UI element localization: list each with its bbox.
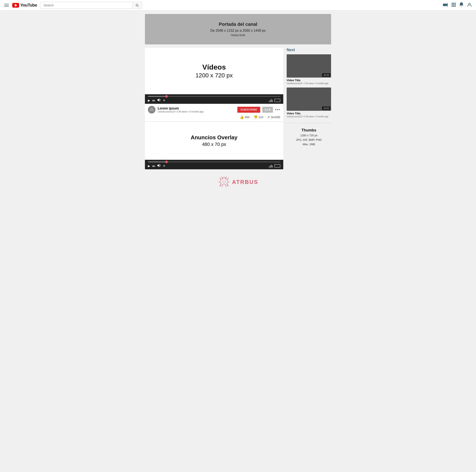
volume-button-2[interactable]: [157, 164, 161, 168]
svg-line-1: [138, 6, 138, 7]
bar1: [269, 101, 270, 102]
channel-banner-dimensions: De 2048 x 1152 px a 2560 x 1440 px: [210, 29, 266, 33]
dislike-count: 124: [259, 116, 263, 119]
subscribe-button[interactable]: SUBSCRIBE: [237, 107, 260, 113]
volume-bars-icon: [269, 99, 273, 102]
next-button[interactable]: ⏭: [152, 99, 155, 102]
youtube-icon: [12, 3, 19, 8]
video-player-bar-1: ▶ ⏭ ✕: [145, 94, 283, 104]
bar2: [270, 100, 271, 102]
user-icon[interactable]: [467, 2, 472, 8]
bar2b: [270, 165, 271, 168]
like-icon: 👍: [240, 115, 244, 119]
volume-button[interactable]: [157, 98, 161, 102]
progress-track-2[interactable]: [148, 162, 280, 162]
dislike-icon: 👎: [254, 115, 258, 119]
video-camera-icon[interactable]: [443, 3, 448, 8]
thumbs-max-size: Máx. 2MB: [287, 142, 331, 147]
channel-name: Lorem ipsum: [158, 107, 235, 110]
progress-fill: [148, 96, 167, 97]
progress-dot-2[interactable]: [165, 161, 168, 163]
hamburger-menu[interactable]: [4, 4, 9, 7]
svg-rect-4: [452, 3, 453, 4]
channel-banner: Portada del canal De 2048 x 1152 px a 25…: [145, 14, 331, 44]
svg-marker-3: [446, 3, 448, 7]
sidebar-divider: [287, 123, 331, 123]
share-button[interactable]: ↗ SHARE: [267, 115, 280, 119]
svg-rect-9: [455, 4, 456, 5]
mute-button-2[interactable]: ✕: [163, 164, 165, 168]
bar4b: [272, 165, 273, 168]
search-input[interactable]: [41, 2, 132, 8]
player-right-controls-2: [269, 164, 280, 168]
svg-point-0: [136, 4, 138, 6]
like-count: 850: [245, 116, 250, 119]
player-right-controls: [269, 99, 280, 102]
player-controls-2: ▶ ⏭ ✕: [148, 164, 280, 168]
thumb-duration-2: 10:52: [322, 107, 330, 110]
bar4: [272, 100, 273, 102]
channel-banner-filesize: Hasta 6mb: [231, 33, 245, 37]
svg-rect-10: [452, 6, 453, 7]
next-card-title-1: Video Title: [287, 79, 331, 82]
bar3b: [271, 165, 272, 168]
svg-rect-11: [453, 6, 454, 7]
fullscreen-icon[interactable]: [274, 99, 280, 102]
video-channel-info: Lorem ipsum UserAccount123 • 2 M views •…: [158, 107, 235, 113]
next-button-2[interactable]: ⏭: [152, 164, 155, 168]
progress-track[interactable]: [148, 96, 280, 97]
channel-avatar: [148, 106, 155, 114]
apps-icon[interactable]: [451, 2, 456, 8]
share-icon: ↗: [267, 115, 270, 119]
dislike-button[interactable]: 👎 124: [254, 115, 263, 119]
share-label: SHARE: [271, 116, 280, 119]
youtube-logo[interactable]: YouTube: [12, 3, 37, 8]
svg-marker-15: [219, 177, 229, 186]
video-meta-top: Lorem ipsum UserAccount123 • 2 M views •…: [148, 106, 280, 114]
svg-rect-8: [453, 4, 454, 5]
svg-rect-5: [453, 3, 454, 4]
volume-bars-icon-2: [269, 164, 273, 168]
thumbs-formats: JPG, GIF, BMP, PNG: [287, 138, 331, 142]
search-button[interactable]: [132, 2, 142, 8]
fullscreen-icon-2[interactable]: [274, 164, 280, 168]
next-label: Next: [287, 48, 331, 52]
mute-button[interactable]: ✕: [163, 99, 165, 102]
svg-rect-2: [443, 4, 446, 6]
next-thumb-2[interactable]: 10:52: [287, 87, 331, 111]
progress-fill-2: [148, 162, 167, 162]
navbar: YouTube: [0, 0, 476, 11]
ad-section-title: Anuncios Overlay: [191, 134, 237, 141]
branding: ATRBUS: [145, 176, 331, 193]
progress-dot[interactable]: [165, 95, 168, 98]
youtube-logo-text: YouTube: [20, 3, 37, 8]
navbar-icons: [443, 2, 472, 8]
next-card-meta-1: UserAccount123 • 2 M views • 3 months ag…: [287, 82, 331, 84]
branding-text: ATRBUS: [232, 179, 258, 185]
next-card-2[interactable]: 10:52 Video Title UserAccount123 • 2 M v…: [287, 87, 331, 118]
main-content: Portada del canal De 2048 x 1152 px a 25…: [145, 11, 331, 201]
video-meta: Lorem ipsum UserAccount123 • 2 M views •…: [145, 104, 283, 122]
next-thumb-1[interactable]: 10:52: [287, 54, 331, 78]
play-button[interactable]: ▶: [148, 99, 150, 102]
channel-banner-title: Portada del canal: [219, 22, 257, 27]
video-player-bar-2: ▶ ⏭ ✕: [145, 160, 283, 169]
video-section-title: Vídeos: [202, 63, 226, 71]
bar1b: [269, 166, 270, 168]
more-options-button[interactable]: •••: [275, 108, 280, 112]
next-card-1[interactable]: 10:52 Video Title UserAccount123 • 2 M v…: [287, 54, 331, 84]
svg-point-16: [223, 181, 225, 183]
player-controls: ▶ ⏭ ✕: [148, 98, 280, 102]
atribus-animal-icon: [218, 176, 230, 188]
bell-icon[interactable]: [459, 2, 463, 8]
svg-point-14: [151, 108, 153, 110]
ad-overlay-section: Anuncios Overlay 480 x 70 px: [145, 122, 283, 160]
svg-rect-12: [455, 6, 456, 7]
next-card-title-2: Video Title: [287, 112, 331, 115]
like-button[interactable]: 👍 850: [240, 115, 250, 119]
svg-rect-6: [455, 3, 456, 4]
search-bar: [40, 2, 142, 9]
play-button-2[interactable]: ▶: [148, 164, 150, 168]
video-section: Vídeos 1200 x 720 px ▶ ⏭ ✕: [145, 48, 331, 169]
thumb-duration-1: 10:52: [322, 73, 330, 77]
